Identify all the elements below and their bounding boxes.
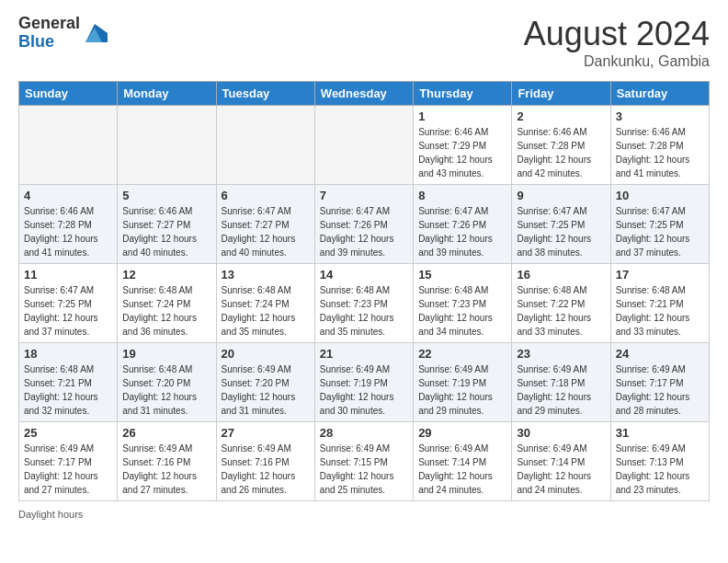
calendar-cell: 15Sunrise: 6:48 AMSunset: 7:23 PMDayligh… [414, 264, 512, 343]
calendar-cell: 8Sunrise: 6:47 AMSunset: 7:26 PMDaylight… [414, 185, 512, 264]
logo-general: General [18, 14, 80, 32]
page: General Blue August 2024 Dankunku, Gambi… [0, 0, 728, 534]
day-info: Sunrise: 6:47 AMSunset: 7:25 PMDaylight:… [24, 283, 112, 339]
calendar-cell: 4Sunrise: 6:46 AMSunset: 7:28 PMDaylight… [19, 185, 118, 264]
day-info: Sunrise: 6:49 AMSunset: 7:18 PMDaylight:… [517, 362, 605, 418]
calendar-cell: 19Sunrise: 6:48 AMSunset: 7:20 PMDayligh… [118, 343, 216, 422]
footer-label: Daylight hours [18, 509, 83, 520]
calendar-header-saturday: Saturday [610, 82, 709, 106]
calendar-cell: 5Sunrise: 6:46 AMSunset: 7:27 PMDaylight… [118, 185, 216, 264]
day-number: 15 [418, 268, 506, 282]
calendar-cell: 21Sunrise: 6:49 AMSunset: 7:19 PMDayligh… [314, 343, 413, 422]
location: Dankunku, Gambia [524, 53, 710, 70]
calendar-week-4: 18Sunrise: 6:48 AMSunset: 7:21 PMDayligh… [19, 343, 710, 422]
day-number: 7 [320, 189, 408, 202]
day-info: Sunrise: 6:49 AMSunset: 7:14 PMDaylight:… [418, 442, 506, 497]
day-number: 5 [122, 189, 210, 202]
calendar-week-3: 11Sunrise: 6:47 AMSunset: 7:25 PMDayligh… [19, 264, 710, 343]
calendar-cell [216, 106, 314, 185]
day-number: 10 [616, 189, 704, 202]
day-info: Sunrise: 6:49 AMSunset: 7:16 PMDaylight:… [122, 442, 210, 497]
day-number: 13 [222, 268, 310, 282]
calendar-header-friday: Friday [512, 82, 610, 106]
day-info: Sunrise: 6:49 AMSunset: 7:17 PMDaylight:… [24, 442, 112, 497]
day-number: 14 [320, 268, 408, 282]
calendar-cell: 31Sunrise: 6:49 AMSunset: 7:13 PMDayligh… [610, 422, 709, 501]
logo-icon [82, 20, 108, 46]
day-info: Sunrise: 6:49 AMSunset: 7:15 PMDaylight:… [320, 442, 408, 497]
calendar-cell [19, 106, 118, 185]
day-number: 23 [517, 347, 605, 361]
day-info: Sunrise: 6:46 AMSunset: 7:28 PMDaylight:… [24, 204, 112, 259]
day-number: 20 [222, 347, 310, 361]
calendar-cell: 18Sunrise: 6:48 AMSunset: 7:21 PMDayligh… [19, 343, 118, 422]
logo-blue: Blue [18, 32, 54, 51]
calendar-header-wednesday: Wednesday [314, 82, 413, 106]
calendar-cell: 10Sunrise: 6:47 AMSunset: 7:25 PMDayligh… [610, 185, 709, 264]
calendar-cell: 6Sunrise: 6:47 AMSunset: 7:27 PMDaylight… [216, 185, 314, 264]
day-number: 29 [418, 426, 506, 440]
calendar-header-row: SundayMondayTuesdayWednesdayThursdayFrid… [19, 82, 710, 106]
header: General Blue August 2024 Dankunku, Gambi… [18, 15, 710, 70]
calendar-cell: 16Sunrise: 6:48 AMSunset: 7:22 PMDayligh… [512, 264, 610, 343]
day-number: 22 [418, 347, 506, 361]
calendar-cell: 17Sunrise: 6:48 AMSunset: 7:21 PMDayligh… [610, 264, 709, 343]
day-number: 27 [222, 426, 310, 440]
day-number: 26 [122, 426, 210, 440]
day-number: 19 [122, 347, 210, 361]
logo-text: General Blue [18, 15, 80, 52]
calendar-header-thursday: Thursday [414, 82, 512, 106]
day-number: 2 [517, 109, 605, 123]
day-info: Sunrise: 6:48 AMSunset: 7:22 PMDaylight:… [517, 283, 605, 339]
calendar-cell: 11Sunrise: 6:47 AMSunset: 7:25 PMDayligh… [19, 264, 118, 343]
calendar-cell: 22Sunrise: 6:49 AMSunset: 7:19 PMDayligh… [414, 343, 512, 422]
day-info: Sunrise: 6:49 AMSunset: 7:14 PMDaylight:… [517, 442, 605, 497]
day-info: Sunrise: 6:49 AMSunset: 7:19 PMDaylight:… [418, 362, 506, 418]
calendar-header-tuesday: Tuesday [216, 82, 314, 106]
calendar-header-monday: Monday [118, 82, 216, 106]
day-number: 25 [24, 426, 112, 440]
day-info: Sunrise: 6:48 AMSunset: 7:21 PMDaylight:… [616, 283, 704, 339]
footer: Daylight hours [18, 509, 710, 520]
day-number: 16 [517, 268, 605, 282]
day-number: 31 [616, 426, 704, 440]
calendar-cell: 30Sunrise: 6:49 AMSunset: 7:14 PMDayligh… [512, 422, 610, 501]
calendar-cell: 23Sunrise: 6:49 AMSunset: 7:18 PMDayligh… [512, 343, 610, 422]
day-info: Sunrise: 6:47 AMSunset: 7:26 PMDaylight:… [320, 204, 408, 259]
calendar-cell [314, 106, 413, 185]
day-info: Sunrise: 6:49 AMSunset: 7:20 PMDaylight:… [222, 362, 310, 418]
calendar-cell: 26Sunrise: 6:49 AMSunset: 7:16 PMDayligh… [118, 422, 216, 501]
calendar-cell: 27Sunrise: 6:49 AMSunset: 7:16 PMDayligh… [216, 422, 314, 501]
title-block: August 2024 Dankunku, Gambia [524, 15, 710, 70]
day-info: Sunrise: 6:47 AMSunset: 7:25 PMDaylight:… [616, 204, 704, 259]
calendar-cell: 14Sunrise: 6:48 AMSunset: 7:23 PMDayligh… [314, 264, 413, 343]
calendar-cell: 2Sunrise: 6:46 AMSunset: 7:28 PMDaylight… [512, 106, 610, 185]
calendar-cell: 12Sunrise: 6:48 AMSunset: 7:24 PMDayligh… [118, 264, 216, 343]
day-number: 30 [517, 426, 605, 440]
day-number: 3 [616, 109, 704, 123]
day-info: Sunrise: 6:47 AMSunset: 7:26 PMDaylight:… [418, 204, 506, 259]
calendar-cell: 9Sunrise: 6:47 AMSunset: 7:25 PMDaylight… [512, 185, 610, 264]
day-info: Sunrise: 6:46 AMSunset: 7:29 PMDaylight:… [418, 125, 506, 180]
calendar-cell: 20Sunrise: 6:49 AMSunset: 7:20 PMDayligh… [216, 343, 314, 422]
day-number: 24 [616, 347, 704, 361]
day-number: 12 [122, 268, 210, 282]
calendar-cell [118, 106, 216, 185]
day-number: 9 [517, 189, 605, 202]
calendar-cell: 28Sunrise: 6:49 AMSunset: 7:15 PMDayligh… [314, 422, 413, 501]
day-info: Sunrise: 6:49 AMSunset: 7:17 PMDaylight:… [616, 362, 704, 418]
day-info: Sunrise: 6:49 AMSunset: 7:13 PMDaylight:… [616, 442, 704, 497]
calendar-cell: 13Sunrise: 6:48 AMSunset: 7:24 PMDayligh… [216, 264, 314, 343]
day-info: Sunrise: 6:48 AMSunset: 7:23 PMDaylight:… [320, 283, 408, 339]
day-info: Sunrise: 6:47 AMSunset: 7:25 PMDaylight:… [517, 204, 605, 259]
day-info: Sunrise: 6:46 AMSunset: 7:28 PMDaylight:… [616, 125, 704, 180]
month-title: August 2024 [524, 15, 710, 53]
day-info: Sunrise: 6:47 AMSunset: 7:27 PMDaylight:… [222, 204, 310, 259]
calendar-cell: 24Sunrise: 6:49 AMSunset: 7:17 PMDayligh… [610, 343, 709, 422]
calendar: SundayMondayTuesdayWednesdayThursdayFrid… [18, 81, 710, 501]
calendar-cell: 7Sunrise: 6:47 AMSunset: 7:26 PMDaylight… [314, 185, 413, 264]
day-info: Sunrise: 6:49 AMSunset: 7:16 PMDaylight:… [222, 442, 310, 497]
logo: General Blue [18, 15, 108, 52]
day-info: Sunrise: 6:46 AMSunset: 7:27 PMDaylight:… [122, 204, 210, 259]
day-number: 8 [418, 189, 506, 202]
